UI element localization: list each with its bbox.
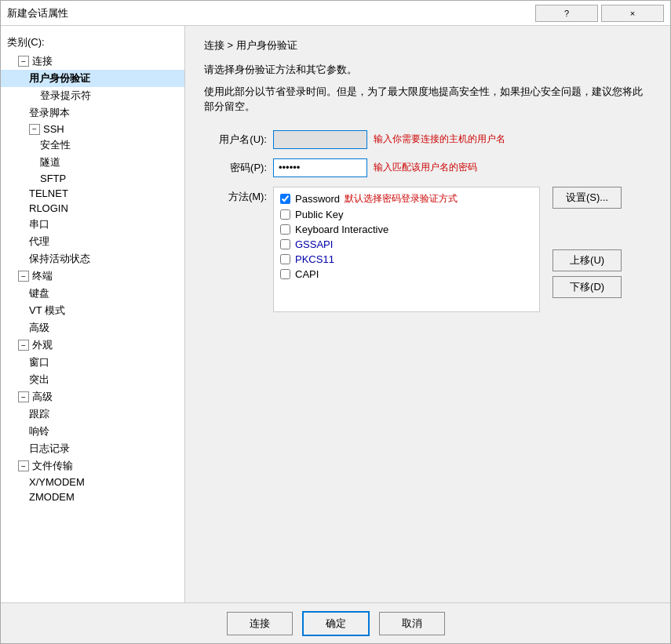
- sidebar-item-serial[interactable]: 串口: [1, 216, 184, 233]
- title-bar-controls: ? ×: [535, 5, 664, 22]
- method-label-gssapi[interactable]: GSSAPI: [295, 238, 333, 250]
- sidebar-item-user-auth[interactable]: 用户身份验证: [1, 70, 184, 87]
- method-section: 方法(M): Password 默认选择密码登录验证方式 Public Key: [204, 187, 651, 312]
- sidebar-item-advanced[interactable]: − 高级: [1, 388, 184, 406]
- method-item-capi[interactable]: CAPI: [277, 267, 536, 282]
- sidebar-item-login-prompt[interactable]: 登录提示符: [1, 87, 184, 104]
- help-button[interactable]: ?: [535, 5, 598, 22]
- sidebar-item-tracking[interactable]: 跟踪: [1, 406, 184, 423]
- file-transfer-label: 文件传输: [32, 459, 73, 473]
- method-item-keyboard-interactive[interactable]: Keyboard Interactive: [277, 222, 536, 237]
- sidebar-item-file-transfer[interactable]: − 文件传输: [1, 457, 184, 475]
- advanced-label: 高级: [32, 390, 53, 404]
- checkbox-capi[interactable]: [280, 269, 290, 279]
- sidebar-item-xymodem[interactable]: X/YMODEM: [1, 475, 184, 489]
- toggle-file-transfer[interactable]: −: [18, 460, 29, 471]
- sidebar-item-log[interactable]: 日志记录: [1, 440, 184, 457]
- method-hint-password: 默认选择密码登录验证方式: [345, 192, 458, 206]
- sidebar-item-appearance[interactable]: − 外观: [1, 337, 184, 354]
- method-item-password[interactable]: Password 默认选择密码登录验证方式: [277, 191, 536, 207]
- sidebar: 类别(C): − 连接 用户身份验证 登录提示符 登录脚本 − SSH 安全性 …: [1, 26, 185, 602]
- checkbox-keyboard-interactive[interactable]: [280, 224, 290, 235]
- checkbox-password[interactable]: [280, 194, 290, 204]
- sidebar-item-highlight[interactable]: 突出: [1, 371, 184, 388]
- sidebar-item-tunnel[interactable]: 隧道: [1, 154, 184, 171]
- password-input[interactable]: [273, 158, 367, 177]
- username-input[interactable]: [273, 130, 367, 149]
- toggle-advanced[interactable]: −: [18, 391, 29, 402]
- method-item-public-key[interactable]: Public Key: [277, 207, 536, 222]
- checkbox-public-key[interactable]: [280, 209, 290, 220]
- ssh-label: SSH: [43, 123, 64, 135]
- cancel-button[interactable]: 取消: [379, 612, 445, 635]
- sidebar-item-sftp[interactable]: SFTP: [1, 171, 184, 186]
- sidebar-item-keepalive[interactable]: 保持活动状态: [1, 250, 184, 267]
- sidebar-item-keyboard[interactable]: 键盘: [1, 285, 184, 302]
- method-list-box: Password 默认选择密码登录验证方式 Public Key Keyboar…: [273, 187, 540, 312]
- sidebar-item-zmodem[interactable]: ZMODEM: [1, 489, 184, 504]
- dialog: 新建会话属性 ? × 类别(C): − 连接 用户身份验证 登录提示符 登录脚本…: [0, 0, 671, 644]
- sidebar-item-telnet[interactable]: TELNET: [1, 186, 184, 201]
- method-label-capi[interactable]: CAPI: [295, 268, 319, 280]
- username-input-wrapper: 输入你需要连接的主机的用户名: [273, 130, 505, 149]
- settings-button[interactable]: 设置(S)...: [552, 187, 622, 209]
- move-down-button[interactable]: 下移(D): [552, 276, 622, 298]
- toggle-terminal[interactable]: −: [18, 271, 29, 282]
- sidebar-item-terminal[interactable]: − 终端: [1, 267, 184, 285]
- method-label: 方法(M):: [204, 187, 267, 204]
- method-content: Password 默认选择密码登录验证方式 Public Key Keyboar…: [273, 187, 622, 312]
- method-label-password[interactable]: Password: [295, 193, 340, 205]
- method-label-pkcs11[interactable]: PKCS11: [295, 253, 334, 265]
- sidebar-item-bell[interactable]: 响铃: [1, 423, 184, 440]
- connect-button[interactable]: 连接: [227, 612, 293, 635]
- sidebar-item-proxy[interactable]: 代理: [1, 233, 184, 250]
- sidebar-item-rlogin[interactable]: RLOGIN: [1, 201, 184, 216]
- username-hint: 输入你需要连接的主机的用户名: [374, 133, 505, 146]
- password-label: 密码(P):: [204, 161, 267, 175]
- dialog-title: 新建会话属性: [7, 6, 68, 20]
- password-hint: 输入匹配该用户名的密码: [374, 161, 477, 174]
- username-row: 用户名(U): 输入你需要连接的主机的用户名: [204, 130, 651, 149]
- breadcrumb: 连接 > 用户身份验证: [204, 38, 651, 53]
- password-input-wrapper: 输入匹配该用户名的密码: [273, 158, 477, 177]
- checkbox-gssapi[interactable]: [280, 239, 290, 249]
- method-label-public-key[interactable]: Public Key: [295, 209, 343, 220]
- move-up-button[interactable]: 上移(U): [552, 249, 622, 271]
- main-content: 连接 > 用户身份验证 请选择身份验证方法和其它参数。 使用此部分以节省登录时间…: [185, 26, 670, 602]
- sidebar-item-connection[interactable]: − 连接: [1, 53, 184, 70]
- sidebar-item-security[interactable]: 安全性: [1, 136, 184, 154]
- description2: 使用此部分以节省登录时间。但是，为了最大限度地提高安全性，如果担心安全问题，建议…: [204, 84, 651, 115]
- method-buttons: 设置(S)... 上移(U) 下移(D): [552, 187, 622, 298]
- method-item-gssapi[interactable]: GSSAPI: [277, 237, 536, 252]
- toggle-appearance[interactable]: −: [18, 340, 29, 351]
- password-row: 密码(P): 输入匹配该用户名的密码: [204, 158, 651, 177]
- appearance-label: 外观: [32, 338, 53, 352]
- title-bar: 新建会话属性 ? ×: [1, 1, 670, 26]
- checkbox-pkcs11[interactable]: [280, 254, 290, 264]
- sidebar-item-terminal-advanced[interactable]: 高级: [1, 319, 184, 337]
- sidebar-item-window[interactable]: 窗口: [1, 354, 184, 371]
- username-label: 用户名(U):: [204, 133, 267, 147]
- toggle-connection[interactable]: −: [18, 56, 29, 67]
- dialog-footer: 连接 确定 取消: [1, 602, 670, 643]
- method-item-pkcs11[interactable]: PKCS11: [277, 252, 536, 267]
- connection-label: 连接: [32, 54, 53, 68]
- close-button[interactable]: ×: [601, 5, 664, 22]
- method-label-keyboard-interactive[interactable]: Keyboard Interactive: [295, 224, 388, 235]
- description1: 请选择身份验证方法和其它参数。: [204, 62, 651, 78]
- sidebar-item-ssh[interactable]: − SSH: [1, 122, 184, 136]
- dialog-body: 类别(C): − 连接 用户身份验证 登录提示符 登录脚本 − SSH 安全性 …: [1, 26, 670, 602]
- terminal-label: 终端: [32, 269, 53, 283]
- sidebar-item-vt-mode[interactable]: VT 模式: [1, 302, 184, 319]
- ok-button[interactable]: 确定: [302, 611, 370, 636]
- toggle-ssh[interactable]: −: [29, 124, 40, 135]
- category-label: 类别(C):: [1, 32, 184, 53]
- sidebar-item-login-script[interactable]: 登录脚本: [1, 104, 184, 122]
